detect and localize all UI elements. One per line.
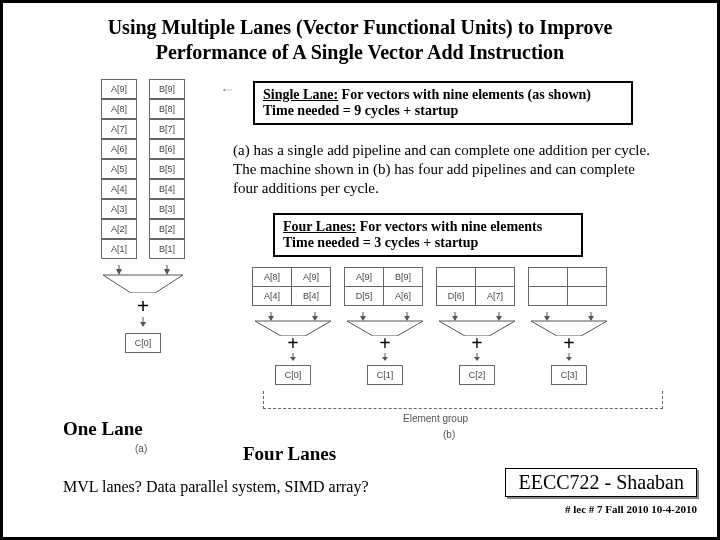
note-heading: Four Lanes:	[283, 219, 356, 234]
vector-cell: B[4]	[149, 179, 185, 199]
adder-funnel-icon	[529, 312, 609, 336]
four-lane-diagram: A[8]A[9]A[4]B[4]+C[0]A[9]B[9]D[5]A[6]+C[…	[253, 267, 673, 385]
slide-content: A[9]A[8]A[7]A[6]A[5]A[4]A[3]A[2]A[1] B[9…	[3, 73, 717, 513]
vector-cell: A[9]	[344, 267, 384, 287]
vector-cell: A[7]	[101, 119, 137, 139]
subfig-a-label: (a)	[135, 443, 147, 454]
down-arrow-icon	[345, 353, 425, 361]
element-group-label: Element group	[403, 413, 468, 424]
adder-funnel-icon	[253, 312, 333, 336]
description-text: (a) has a single add pipeline and can co…	[233, 141, 663, 197]
vector-cell: B[9]	[383, 267, 423, 287]
footer-text: # lec # 7 Fall 2010 10-4-2010	[565, 503, 697, 515]
svg-marker-1	[223, 89, 225, 91]
down-arrow-icon	[529, 353, 609, 361]
vector-cell: A[8]	[101, 99, 137, 119]
output-cell: C[3]	[551, 365, 587, 385]
svg-marker-19	[404, 316, 410, 321]
down-arrow-icon	[437, 353, 517, 361]
vector-a-column: A[9]A[8]A[7]A[6]A[5]A[4]A[3]A[2]A[1]	[101, 79, 137, 259]
mvl-question: MVL lanes? Data parallel system, SIMD ar…	[63, 478, 369, 496]
output-cell: C[1]	[367, 365, 403, 385]
svg-marker-10	[268, 316, 274, 321]
adder-funnel-icon	[101, 265, 185, 293]
svg-marker-22	[382, 357, 388, 361]
title-line-1: Using Multiple Lanes (Vector Functional …	[108, 16, 613, 38]
adder-funnel-icon	[437, 312, 517, 336]
vector-cell	[436, 267, 476, 287]
lane-group: D[6]A[7]+C[2]	[437, 267, 517, 385]
svg-marker-20	[347, 321, 423, 336]
vector-cell: A[9]	[101, 79, 137, 99]
vector-cell: B[5]	[149, 159, 185, 179]
vector-cell: A[5]	[101, 159, 137, 179]
lane-group: +C[3]	[529, 267, 609, 385]
vector-cell: D[5]	[344, 286, 384, 306]
slide-title: Using Multiple Lanes (Vector Functional …	[3, 3, 717, 73]
lane-group: A[8]A[9]A[4]B[4]+C[0]	[253, 267, 333, 385]
down-arrow-icon	[253, 353, 333, 361]
vector-cell: A[8]	[252, 267, 292, 287]
svg-marker-8	[140, 322, 146, 327]
svg-marker-34	[531, 321, 607, 336]
svg-marker-27	[439, 321, 515, 336]
vector-cell: B[7]	[149, 119, 185, 139]
vector-cell: A[4]	[252, 286, 292, 306]
svg-marker-36	[566, 357, 572, 361]
subfig-b-label: (b)	[443, 429, 455, 440]
svg-marker-33	[588, 316, 594, 321]
vector-cell: B[2]	[149, 219, 185, 239]
vector-cell	[567, 267, 607, 287]
output-cell: C[0]	[275, 365, 311, 385]
arrow-icon	[203, 89, 253, 91]
four-lanes-label: Four Lanes	[243, 443, 336, 465]
note-text: For vectors with nine elements	[356, 219, 542, 234]
svg-marker-12	[312, 316, 318, 321]
single-lane-diagram: A[9]A[8]A[7]A[6]A[5]A[4]A[3]A[2]A[1] B[9…	[83, 79, 203, 353]
vector-cell: A[2]	[101, 219, 137, 239]
vector-cell	[528, 286, 568, 306]
note-text: Time needed = 3 cycles + startup	[283, 235, 478, 250]
output-cell: C[0]	[125, 333, 161, 353]
note-text: For vectors with nine elements (as shown…	[338, 87, 591, 102]
single-lane-note: Single Lane: For vectors with nine eleme…	[253, 81, 633, 125]
lane-group: A[9]B[9]D[5]A[6]+C[1]	[345, 267, 425, 385]
adder-funnel-icon	[345, 312, 425, 336]
vector-cell: A[6]	[383, 286, 423, 306]
note-text: Time needed = 9 cycles + startup	[263, 103, 458, 118]
svg-marker-31	[544, 316, 550, 321]
vector-cell	[475, 267, 515, 287]
vector-cell: A[7]	[475, 286, 515, 306]
svg-marker-17	[360, 316, 366, 321]
vector-cell	[528, 267, 568, 287]
title-line-2: Performance of A Single Vector Add Instr…	[156, 41, 565, 63]
vector-cell: A[3]	[101, 199, 137, 219]
svg-marker-29	[474, 357, 480, 361]
course-box: EECC722 - Shaaban	[505, 468, 697, 497]
four-lane-note: Four Lanes: For vectors with nine elemen…	[273, 213, 583, 257]
vector-cell: B[3]	[149, 199, 185, 219]
vector-cell: B[4]	[291, 286, 331, 306]
svg-marker-15	[290, 357, 296, 361]
svg-marker-13	[255, 321, 331, 336]
plus-icon: +	[83, 293, 203, 319]
svg-marker-5	[164, 269, 170, 275]
vector-cell: A[1]	[101, 239, 137, 259]
vector-b-column: B[9]B[8]B[7]B[6]B[5]B[4]B[3]B[2]B[1]	[149, 79, 185, 259]
vector-cell: A[6]	[101, 139, 137, 159]
vector-cell: B[9]	[149, 79, 185, 99]
svg-marker-6	[103, 275, 183, 293]
one-lane-label: One Lane	[63, 418, 143, 440]
svg-marker-24	[452, 316, 458, 321]
svg-marker-3	[116, 269, 122, 275]
vector-cell: B[6]	[149, 139, 185, 159]
vector-cell: D[6]	[436, 286, 476, 306]
vector-cell: A[9]	[291, 267, 331, 287]
vector-cell: A[4]	[101, 179, 137, 199]
output-cell: C[2]	[459, 365, 495, 385]
svg-marker-26	[496, 316, 502, 321]
vector-cell: B[8]	[149, 99, 185, 119]
element-group-bracket	[263, 391, 663, 409]
note-heading: Single Lane:	[263, 87, 338, 102]
vector-cell	[567, 286, 607, 306]
